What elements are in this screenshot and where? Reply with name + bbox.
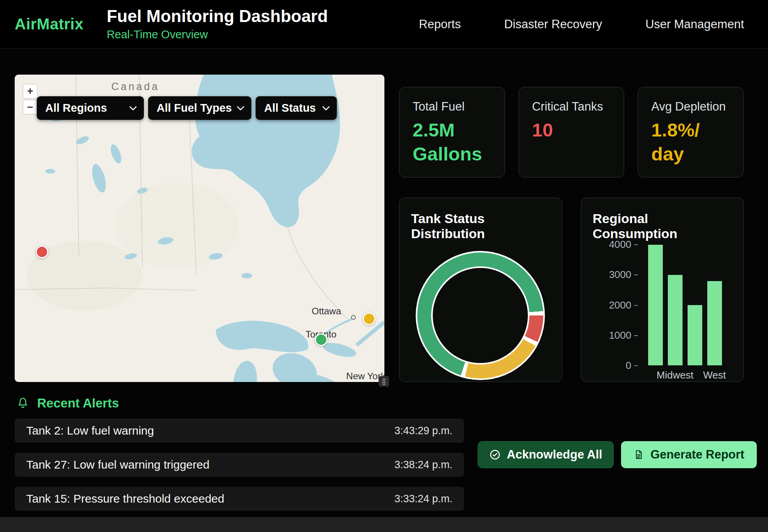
map-marker-warning[interactable]	[363, 312, 375, 325]
generate-report-button[interactable]: Generate Report	[621, 441, 757, 468]
map-label-ottawa: Ottawa	[312, 306, 341, 316]
zoom-in-button[interactable]: +	[23, 84, 38, 99]
region-filter-value: All Regions	[45, 102, 107, 114]
main-nav: Reports Disaster Recovery User Managemen…	[419, 17, 744, 31]
stat-cards: Total Fuel 2.5M Gallons Critical Tanks 1…	[399, 87, 744, 177]
map-zoom-control: + −	[23, 84, 38, 114]
stat-value: 1.8%/ day	[651, 118, 730, 166]
document-icon	[633, 449, 644, 460]
x-tick-label	[688, 369, 702, 381]
stat-label: Critical Tanks	[532, 100, 611, 114]
alert-message: Tank 27: Low fuel warning triggered	[26, 458, 210, 471]
acknowledge-all-label: Acknowledge All	[507, 448, 602, 462]
alerts-header: Recent Alerts	[16, 396, 119, 411]
chevron-down-icon	[237, 106, 244, 111]
alert-row: Tank 2: Low fuel warning 3:43:29 p.m.	[15, 419, 464, 443]
alert-message: Tank 15: Pressure threshold exceeded	[26, 492, 224, 505]
alert-time: 3:33:24 p.m.	[394, 493, 452, 505]
alert-time: 3:38:24 p.m.	[394, 459, 452, 471]
map-label-canada: Canada	[111, 81, 160, 92]
regional-consumption-card: Regional Consumption 01000200030004000 M…	[581, 198, 744, 382]
map[interactable]: Canada Ottawa Toronto New York + − All R…	[15, 75, 384, 382]
acknowledge-all-button[interactable]: Acknowledge All	[478, 441, 614, 468]
status-filter-value: All Status	[264, 102, 316, 114]
check-circle-icon	[489, 449, 501, 460]
bar-yaxis: 01000200030004000	[592, 244, 638, 365]
nav-reports[interactable]: Reports	[419, 17, 461, 31]
stat-card-avg-depletion: Avg Depletion 1.8%/ day	[638, 87, 744, 177]
stat-value: 2.5M Gallons	[413, 118, 492, 166]
x-tick-label: Midwest	[668, 369, 683, 381]
bar-plot	[648, 245, 722, 365]
title-block: Fuel Monitoring Dashboard Real-Time Over…	[107, 7, 328, 41]
header: AirMatrix Fuel Monitoring Dashboard Real…	[0, 0, 768, 49]
alerts-heading: Recent Alerts	[37, 396, 119, 411]
bar-xaxis: MidwestWest	[648, 369, 722, 381]
y-tick-label: 3000	[609, 269, 638, 280]
donut-hole	[433, 268, 528, 363]
page-title: Fuel Monitoring Dashboard	[107, 7, 328, 25]
bell-icon	[16, 397, 29, 410]
bar-3	[707, 281, 722, 365]
stat-card-critical-tanks: Critical Tanks 10	[519, 87, 625, 177]
tank-status-card: Tank Status Distribution	[399, 198, 562, 382]
alert-row: Tank 15: Pressure threshold exceeded 3:3…	[15, 487, 464, 511]
bar-1	[668, 275, 683, 365]
alert-list: Tank 2: Low fuel warning 3:43:29 p.m. Ta…	[15, 419, 464, 521]
stat-card-total-fuel: Total Fuel 2.5M Gallons	[399, 87, 505, 177]
stat-label: Total Fuel	[413, 100, 492, 114]
map-marker-normal[interactable]	[315, 333, 328, 346]
region-filter-select[interactable]: All Regions	[37, 96, 144, 120]
fuel-type-filter-select[interactable]: All Fuel Types	[148, 96, 251, 120]
zoom-out-button[interactable]: −	[23, 100, 38, 114]
brand-logo[interactable]: AirMatrix	[15, 15, 84, 33]
y-tick-label: 0	[626, 360, 637, 370]
ottawa-city-dot	[352, 315, 355, 319]
bar-2	[688, 305, 702, 365]
map-marker-critical[interactable]	[36, 246, 48, 258]
chevron-down-icon	[322, 106, 330, 111]
footer-bar	[0, 517, 768, 532]
resize-grip-icon[interactable]: ⣿	[379, 376, 389, 387]
stat-label: Avg Depletion	[651, 100, 730, 114]
alert-row: Tank 27: Low fuel warning triggered 3:38…	[15, 453, 464, 477]
map-panel: Canada Ottawa Toronto New York + − All R…	[15, 75, 384, 382]
chart-title-tank-status: Tank Status Distribution	[411, 211, 550, 241]
fuel-type-filter-value: All Fuel Types	[157, 102, 232, 114]
nav-user-management[interactable]: User Management	[645, 17, 744, 31]
chart-cards: Tank Status Distribution Regional Consum…	[399, 198, 744, 382]
x-tick-label: West	[707, 369, 722, 381]
y-tick-label: 1000	[609, 330, 638, 340]
generate-report-label: Generate Report	[650, 448, 744, 462]
y-tick-label: 2000	[609, 300, 638, 310]
alert-message: Tank 2: Low fuel warning	[26, 424, 154, 437]
stat-value: 10	[532, 118, 611, 142]
status-filter-select[interactable]: All Status	[256, 96, 337, 120]
map-art: Canada Ottawa Toronto New York	[15, 75, 384, 382]
map-filters: All Regions All Fuel Types All Status	[37, 96, 337, 120]
bar-0	[648, 245, 663, 365]
page-subtitle: Real-Time Overview	[107, 28, 328, 41]
alert-time: 3:43:29 p.m.	[394, 425, 452, 437]
chevron-down-icon	[129, 106, 137, 111]
y-tick-label: 4000	[609, 239, 638, 249]
chart-title-regional-consumption: Regional Consumption	[593, 211, 732, 241]
nav-disaster-recovery[interactable]: Disaster Recovery	[504, 17, 602, 31]
